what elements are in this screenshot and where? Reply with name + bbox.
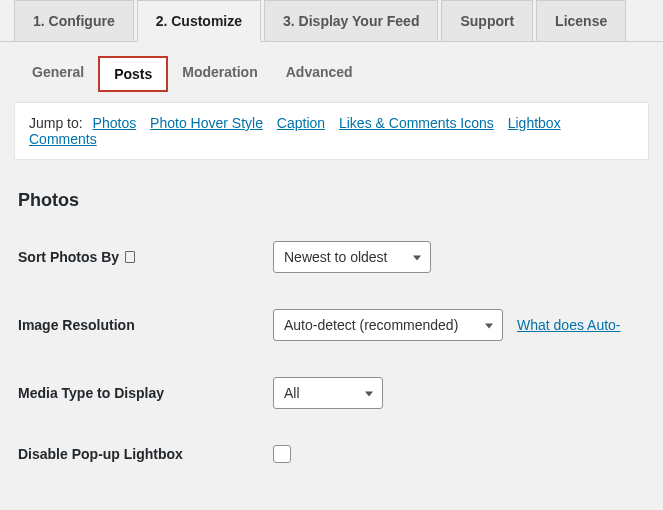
jump-to-label: Jump to:	[29, 115, 83, 131]
tab-customize[interactable]: 2. Customize	[137, 0, 261, 42]
label-disable-lightbox: Disable Pop-up Lightbox	[18, 446, 273, 462]
checkbox-disable-lightbox[interactable]	[273, 445, 291, 463]
label-sort-photos-text: Sort Photos By	[18, 249, 119, 265]
tab-license[interactable]: License	[536, 0, 626, 41]
label-media-type: Media Type to Display	[18, 385, 273, 401]
row-disable-lightbox: Disable Pop-up Lightbox	[18, 445, 645, 463]
row-media-type: Media Type to Display All	[18, 377, 645, 409]
photos-section: Photos Sort Photos By Newest to oldest I…	[0, 160, 663, 463]
tab-configure[interactable]: 1. Configure	[14, 0, 134, 41]
subtab-advanced[interactable]: Advanced	[272, 56, 367, 92]
jump-to-bar: Jump to: Photos Photo Hover Style Captio…	[14, 102, 649, 160]
link-resolution-help[interactable]: What does Auto-	[517, 317, 621, 333]
section-title-photos: Photos	[18, 190, 645, 211]
subtab-general[interactable]: General	[18, 56, 98, 92]
tab-support[interactable]: Support	[441, 0, 533, 41]
label-sort-photos: Sort Photos By	[18, 249, 273, 265]
row-image-resolution: Image Resolution Auto-detect (recommende…	[18, 309, 645, 341]
select-sort-photos[interactable]: Newest to oldest	[273, 241, 431, 273]
label-image-resolution: Image Resolution	[18, 317, 273, 333]
sub-tab-bar: General Posts Moderation Advanced	[0, 42, 663, 92]
hint-icon[interactable]	[125, 251, 135, 263]
tab-display-feed[interactable]: 3. Display Your Feed	[264, 0, 438, 41]
subtab-posts[interactable]: Posts	[98, 56, 168, 92]
jump-link-caption[interactable]: Caption	[277, 115, 325, 131]
jump-link-hover-style[interactable]: Photo Hover Style	[150, 115, 263, 131]
subtab-moderation[interactable]: Moderation	[168, 56, 271, 92]
jump-link-likes-comments[interactable]: Likes & Comments Icons	[339, 115, 494, 131]
jump-link-photos[interactable]: Photos	[93, 115, 137, 131]
select-media-type[interactable]: All	[273, 377, 383, 409]
main-tab-bar: 1. Configure 2. Customize 3. Display You…	[0, 0, 663, 42]
row-sort-photos: Sort Photos By Newest to oldest	[18, 241, 645, 273]
select-image-resolution[interactable]: Auto-detect (recommended)	[273, 309, 503, 341]
